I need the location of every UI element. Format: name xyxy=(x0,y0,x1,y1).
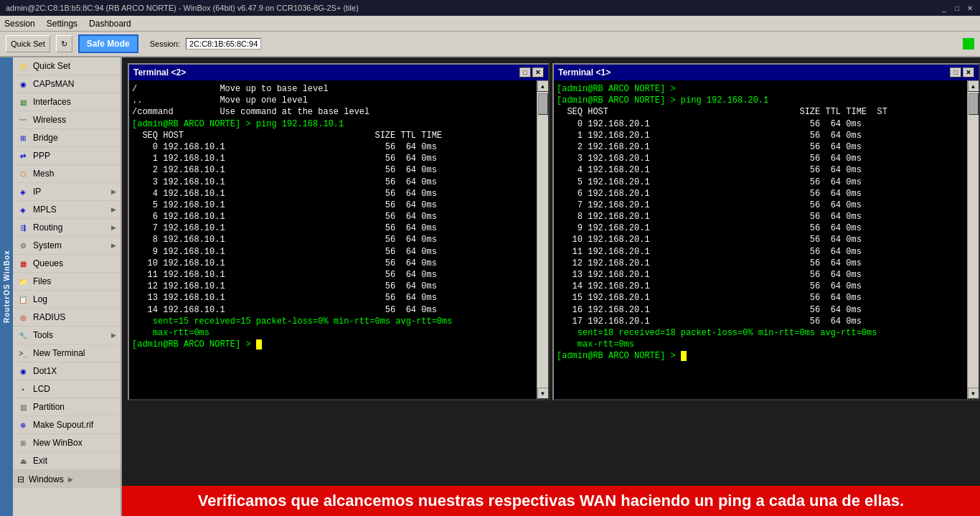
title-bar: admin@2C:C8:1B:b5:8C:94 (RB ARCO NORTE) … xyxy=(0,0,980,16)
sidebar-item-ppp[interactable]: ⇄ PPP xyxy=(13,147,121,165)
sidebar-label-lcd: LCD xyxy=(33,384,116,394)
sidebar-item-interfaces[interactable]: ▤ Interfaces xyxy=(13,93,121,111)
sidebar-label-windows: Windows xyxy=(29,474,64,484)
sidebar-item-mpls[interactable]: ◈ MPLS ▶ xyxy=(13,201,121,219)
sidebar-item-bridge[interactable]: ⊞ Bridge xyxy=(13,129,121,147)
sidebar-item-quick-set[interactable]: ⚡ Quick Set xyxy=(13,57,121,75)
terminal-1-scroll-up[interactable]: ▲ xyxy=(968,80,979,92)
sidebar-label-exit: Exit xyxy=(33,456,116,466)
sidebar-item-routing[interactable]: ⇶ Routing ▶ xyxy=(13,219,121,237)
terminal-2-text: / Move up to base level .. Move up one l… xyxy=(132,83,534,350)
sidebar-windows-section[interactable]: ⊟ Windows ▶ xyxy=(13,470,121,488)
terminal-1-body[interactable]: [admin@RB ARCO NORTE] > [admin@RB ARCO N… xyxy=(554,80,967,399)
ip-icon: ◈ xyxy=(17,186,29,197)
terminal-1-restore[interactable]: □ xyxy=(950,67,961,78)
terminal-2-controls: □ ✕ xyxy=(519,67,544,78)
sidebar-label-radius: RADIUS xyxy=(33,312,116,322)
close-button[interactable]: ✕ xyxy=(966,4,974,12)
lcd-icon: ▪ xyxy=(17,383,29,395)
terminal-1-controls: □ ✕ xyxy=(950,67,974,78)
session-label: Session: xyxy=(150,39,180,48)
capsman-icon: ◉ xyxy=(17,78,29,90)
sidebar-label-tools: Tools xyxy=(33,330,107,340)
terminal-1-scroll-down[interactable]: ▼ xyxy=(968,388,979,399)
terminal-2-scroll-up[interactable]: ▲ xyxy=(537,80,549,92)
sidebar-label-ip: IP xyxy=(33,187,107,197)
terminal-2-close[interactable]: ✕ xyxy=(532,67,544,78)
terminal-2-scroll-down[interactable]: ▼ xyxy=(537,388,549,399)
terminal-2-body[interactable]: / Move up to base level .. Move up one l… xyxy=(129,80,537,399)
content-area: Terminal <2> □ ✕ / Move up to base level… xyxy=(122,57,980,516)
sidebar-label-partition: Partition xyxy=(33,402,116,412)
ppp-icon: ⇄ xyxy=(17,150,29,161)
session-value: 2C:C8:1B:65:8C:94 xyxy=(186,38,261,50)
new-winbox-icon: ⊞ xyxy=(17,437,29,449)
sidebar-label-system: System xyxy=(33,240,107,250)
terminal-2-titlebar[interactable]: Terminal <2> □ ✕ xyxy=(129,65,548,80)
sidebar-item-tools[interactable]: 🔧 Tools ▶ xyxy=(13,327,121,344)
terminal-1-scroll-thumb[interactable] xyxy=(969,93,979,115)
sidebar-item-log[interactable]: 📋 Log xyxy=(13,291,121,309)
sidebar-label-new-terminal: New Terminal xyxy=(33,348,116,358)
terminal-1-scrollbar[interactable]: ▲ ▼ xyxy=(967,80,979,399)
terminal-2-scroll-thumb[interactable] xyxy=(538,93,548,115)
sidebar-item-radius[interactable]: ◎ RADIUS xyxy=(13,309,121,327)
sidebar-item-system[interactable]: ⚙ System ▶ xyxy=(13,237,121,255)
system-chevron: ▶ xyxy=(111,242,116,249)
sidebar-label-dot1x: Dot1X xyxy=(33,366,116,376)
sidebar-item-capsman[interactable]: ◉ CAPsMAN xyxy=(13,75,121,93)
connection-indicator xyxy=(963,38,974,50)
maximize-button[interactable]: □ xyxy=(953,4,961,12)
sidebar-item-dot1x[interactable]: ◉ Dot1X xyxy=(13,362,121,380)
new-terminal-icon: >_ xyxy=(17,347,29,359)
sidebar-item-mesh[interactable]: ⬡ Mesh xyxy=(13,165,121,183)
sidebar-item-exit[interactable]: ⏏ Exit xyxy=(13,452,121,470)
quick-set-button[interactable]: Quick Set xyxy=(6,35,50,52)
terminal-2-window: Terminal <2> □ ✕ / Move up to base level… xyxy=(128,63,550,400)
sidebar-item-lcd[interactable]: ▪ LCD xyxy=(13,380,121,398)
terminal-2-restore[interactable]: □ xyxy=(519,67,531,78)
menu-settings[interactable]: Settings xyxy=(47,19,77,29)
dot1x-icon: ◉ xyxy=(17,365,29,377)
make-supout-icon: ⊕ xyxy=(17,419,29,431)
sidebar-item-new-winbox[interactable]: ⊞ New WinBox xyxy=(13,434,121,452)
terminal-1-close[interactable]: ✕ xyxy=(963,67,974,78)
title-bar-controls: _ □ ✕ xyxy=(940,4,974,12)
menu-session[interactable]: Session xyxy=(4,19,35,29)
sidebar-label-mesh: Mesh xyxy=(33,169,116,179)
windows-icon: ⊟ xyxy=(17,474,24,484)
mesh-icon: ⬡ xyxy=(17,168,29,179)
sidebar-item-ip[interactable]: ◈ IP ▶ xyxy=(13,183,121,201)
sidebar-label-mpls: MPLS xyxy=(33,205,107,215)
menu-dashboard[interactable]: Dashboard xyxy=(89,19,131,29)
terminal-1-content-wrap: [admin@RB ARCO NORTE] > [admin@RB ARCO N… xyxy=(554,80,979,399)
sidebar-item-files[interactable]: 📁 Files xyxy=(13,273,121,291)
radius-icon: ◎ xyxy=(17,311,29,323)
safe-mode-button[interactable]: Safe Mode xyxy=(78,34,138,53)
sidebar-item-partition[interactable]: ▨ Partition xyxy=(13,398,121,416)
sidebar-label-bridge: Bridge xyxy=(33,133,116,143)
toolbar: Quick Set ↻ Safe Mode Session: 2C:C8:1B:… xyxy=(0,32,980,57)
sidebar-item-wireless[interactable]: 〰 Wireless xyxy=(13,111,121,129)
sidebar: ⚡ Quick Set ◉ CAPsMAN ▤ Interfaces 〰 Wir… xyxy=(13,57,122,516)
terminal-1-text: [admin@RB ARCO NORTE] > [admin@RB ARCO N… xyxy=(557,83,964,362)
minimize-button[interactable]: _ xyxy=(940,4,948,12)
sidebar-label-capsman: CAPsMAN xyxy=(33,79,116,89)
bridge-icon: ⊞ xyxy=(17,132,29,144)
sidebar-item-queues[interactable]: ▦ Queues xyxy=(13,255,121,273)
queues-icon: ▦ xyxy=(17,258,29,269)
sidebar-label-new-winbox: New WinBox xyxy=(33,438,116,448)
ip-chevron: ▶ xyxy=(111,188,116,195)
files-icon: 📁 xyxy=(17,276,29,287)
terminal-2-title: Terminal <2> xyxy=(133,67,186,78)
sidebar-item-new-terminal[interactable]: >_ New Terminal xyxy=(13,344,121,362)
terminal-1-window: Terminal <1> □ ✕ [admin@RB ARCO NORTE] >… xyxy=(552,63,980,400)
refresh-button[interactable]: ↻ xyxy=(56,35,72,52)
quick-set-icon: ⚡ xyxy=(17,60,29,72)
terminal-1-titlebar[interactable]: Terminal <1> □ ✕ xyxy=(554,65,979,80)
routing-chevron: ▶ xyxy=(111,224,116,231)
terminal-2-scrollbar[interactable]: ▲ ▼ xyxy=(537,80,548,399)
sidebar-label-interfaces: Interfaces xyxy=(33,97,116,107)
routeros-brand: RouterOS WinBox xyxy=(0,57,13,516)
sidebar-item-make-supout[interactable]: ⊕ Make Supout.rif xyxy=(13,416,121,434)
